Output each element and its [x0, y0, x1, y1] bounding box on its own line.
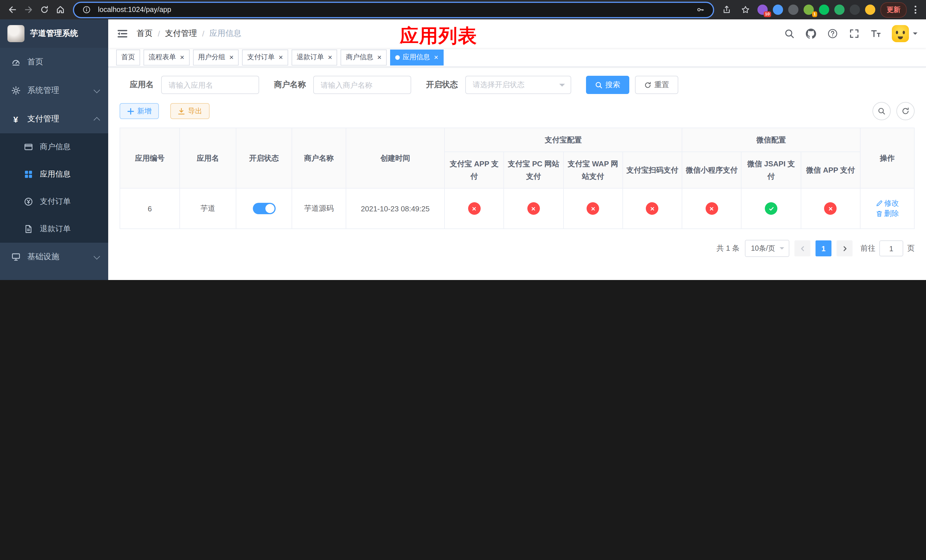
sidebar: 芋道管理系统 首页系统管理¥支付管理商户信息应用信息支付订单退款订单基础设施研发…	[0, 20, 108, 280]
pagination: 共 1 条 10条/页 1 前往 页	[120, 240, 915, 257]
disabled-cross-icon	[825, 203, 837, 215]
dark-knot-extension-icon[interactable]	[850, 5, 860, 15]
next-page-button[interactable]	[837, 241, 853, 257]
tab-close-icon[interactable]: ×	[180, 53, 184, 61]
chevron-down-icon	[94, 253, 100, 259]
tab-label: 应用信息	[402, 52, 430, 62]
tab-close-icon[interactable]: ×	[229, 53, 233, 61]
add-button[interactable]: 新增	[120, 103, 159, 119]
fullscreen-icon[interactable]	[849, 28, 859, 39]
breadcrumb-pay[interactable]: 支付管理	[165, 29, 197, 39]
status-cell-alipay-qr	[623, 189, 682, 229]
browser-back-icon[interactable]	[6, 3, 20, 17]
merchant-name-input[interactable]	[313, 76, 411, 94]
colorful-extension-icon[interactable]: 10	[757, 5, 768, 15]
chevron-down-icon	[94, 86, 100, 93]
font-size-icon[interactable]	[870, 28, 881, 39]
browser-reload-icon[interactable]	[38, 3, 51, 17]
sidebar-item-label: 应用信息	[40, 169, 99, 179]
page-size-select[interactable]: 10条/页	[744, 240, 789, 257]
sidebar-item-7[interactable]: 退款订单	[0, 215, 108, 243]
search-icon[interactable]	[784, 28, 794, 39]
browser-forward-icon[interactable]	[22, 3, 35, 17]
tab-4[interactable]: 支付订单×	[242, 49, 288, 65]
tab-close-icon[interactable]: ×	[377, 53, 381, 61]
tab-label: 流程表单	[149, 52, 176, 62]
breadcrumb-current: 应用信息	[210, 29, 242, 39]
status-cell-wx-jsapi	[741, 189, 801, 229]
tab-2[interactable]: 流程表单×	[144, 49, 189, 65]
col-wx-app: 微信 APP 支付	[801, 152, 860, 189]
enabled-check-icon	[765, 203, 777, 215]
logo-avatar	[8, 25, 24, 42]
prev-page-button[interactable]	[794, 241, 810, 257]
sidebar-item-9[interactable]: 研发工具	[0, 271, 108, 280]
tab-7[interactable]: 应用信息×	[390, 49, 443, 65]
browser-home-icon[interactable]	[53, 3, 67, 17]
dark-globe-extension-icon[interactable]	[788, 5, 799, 15]
breadcrumb-separator: /	[158, 29, 160, 38]
sidebar-item-8[interactable]: 基础设施	[0, 243, 108, 271]
goto-suffix: 页	[907, 244, 915, 254]
col-alipay-qr: 支付宝扫码支付	[623, 152, 682, 189]
tab-5[interactable]: 退款订单×	[292, 49, 337, 65]
tab-close-icon[interactable]: ×	[434, 53, 438, 61]
app-name-input[interactable]	[161, 76, 259, 94]
hamburger-icon[interactable]	[117, 28, 128, 39]
chevron-down-icon	[913, 32, 917, 37]
refresh-button[interactable]	[896, 102, 915, 120]
tab-close-icon[interactable]: ×	[328, 53, 332, 61]
status-cell-alipay-app	[445, 189, 504, 229]
col-wx-mini: 微信小程序支付	[682, 152, 741, 189]
page-number-1[interactable]: 1	[816, 241, 831, 257]
extension-badge: 10	[763, 11, 771, 17]
browser-menu-icon[interactable]	[912, 6, 919, 14]
app-logo[interactable]: 芋道管理系统	[0, 20, 108, 48]
delete-button[interactable]: 删除	[876, 209, 899, 219]
share-icon[interactable]	[720, 3, 734, 17]
site-info-icon[interactable]	[80, 3, 94, 17]
emoji-face-extension-icon[interactable]	[865, 5, 875, 15]
disabled-cross-icon	[527, 203, 540, 215]
wechat-devtools-extension-icon[interactable]	[819, 5, 829, 15]
col-alipay-wap: 支付宝 WAP 网站支付	[563, 152, 623, 189]
sidebar-item-6[interactable]: 支付订单	[0, 188, 108, 215]
delete-button-label: 删除	[884, 209, 899, 219]
avatar-extension-icon[interactable]: 1	[803, 5, 814, 15]
reset-button[interactable]: 重置	[635, 76, 678, 94]
col-alipay-app: 支付宝 APP 支付	[445, 152, 504, 189]
breadcrumb: 首页 / 支付管理 / 应用信息	[137, 29, 242, 39]
edit-button[interactable]: 修改	[876, 198, 899, 209]
sidebar-item-2[interactable]: 系统管理	[0, 76, 108, 105]
screen: localhost:1024/pay/app 101 更新 芋道管理系统 首页系…	[0, 0, 926, 280]
browser-update-button[interactable]: 更新	[881, 2, 906, 17]
breadcrumb-home[interactable]: 首页	[137, 29, 153, 39]
bookmark-star-icon[interactable]	[738, 3, 752, 17]
sidebar-item-4[interactable]: 商户信息	[0, 133, 108, 160]
password-key-icon[interactable]	[694, 3, 707, 17]
cell-app-name: 芋道	[180, 189, 236, 229]
goto-page-input[interactable]	[879, 241, 903, 257]
tab-1[interactable]: 首页	[116, 49, 140, 65]
tab-label: 首页	[121, 52, 135, 62]
col-group-alipay: 支付宝配置	[445, 128, 682, 152]
tab-6[interactable]: 商户信息×	[341, 49, 387, 65]
github-icon[interactable]	[805, 28, 816, 39]
status-toggle[interactable]	[253, 203, 275, 215]
toggle-search-button[interactable]	[873, 102, 891, 120]
search-button[interactable]: 搜索	[586, 76, 629, 94]
sidebar-item-5[interactable]: 应用信息	[0, 160, 108, 188]
help-icon[interactable]	[827, 28, 838, 39]
status-select[interactable]: 请选择开启状态	[465, 76, 571, 94]
blue-drop-extension-icon[interactable]	[773, 5, 783, 15]
export-button[interactable]: 导出	[170, 103, 210, 119]
tab-close-icon[interactable]: ×	[278, 53, 283, 61]
sidebar-item-3[interactable]: ¥支付管理	[0, 105, 108, 133]
address-bar[interactable]: localhost:1024/pay/app	[73, 2, 714, 18]
add-button-label: 新增	[137, 106, 151, 116]
user-menu[interactable]	[892, 25, 917, 42]
disabled-cross-icon	[646, 203, 659, 215]
sidebar-item-1[interactable]: 首页	[0, 48, 108, 76]
green-chat-extension-icon[interactable]	[834, 5, 844, 15]
tab-3[interactable]: 用户分组×	[193, 49, 239, 65]
